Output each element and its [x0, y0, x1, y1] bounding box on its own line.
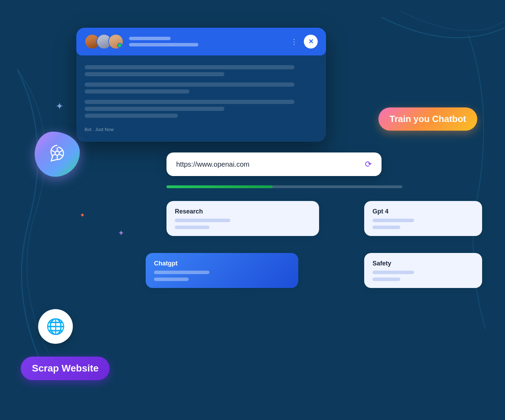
progress-bar-container	[166, 185, 402, 188]
msg-bar	[85, 114, 178, 118]
chat-window: ⋮ ✕ Bot . Just Now	[76, 28, 326, 142]
bot-label: Bot . Just Now	[85, 127, 318, 132]
openai-logo-blob	[35, 132, 80, 177]
header-bar-1	[129, 37, 171, 40]
header-actions: ⋮ ✕	[291, 35, 318, 49]
scrap-website-badge[interactable]: Scrap Website	[21, 357, 110, 380]
message-1	[85, 65, 318, 76]
gpt4-title: Gpt 4	[373, 208, 474, 215]
globe-icon: 🌐	[46, 317, 65, 335]
gpt4-bar-1	[373, 219, 414, 222]
safety-card[interactable]: Safety	[364, 253, 482, 288]
chatgpt-bar-1	[154, 271, 209, 274]
svg-point-0	[55, 151, 59, 155]
svg-line-4	[60, 154, 62, 156]
gpt4-bar-2	[373, 226, 400, 229]
globe-blob: 🌐	[38, 309, 73, 344]
loading-icon: ⟳	[365, 159, 372, 169]
message-3	[85, 100, 318, 118]
progress-bar-fill	[166, 185, 273, 188]
research-bar-2	[175, 226, 209, 229]
message-2	[85, 82, 318, 94]
svg-line-5	[52, 154, 55, 156]
research-title: Research	[175, 208, 311, 215]
gpt4-card[interactable]: Gpt 4	[364, 201, 482, 236]
sparkle-1-icon: ✦	[55, 100, 63, 112]
more-options-button[interactable]: ⋮	[291, 37, 298, 46]
sparkle-3-icon: ✦	[118, 229, 124, 238]
msg-bar	[85, 82, 294, 87]
msg-bar	[85, 100, 294, 104]
research-bar-1	[175, 219, 230, 222]
chatgpt-bar-2	[154, 278, 189, 281]
chat-body: Bot . Just Now	[76, 55, 326, 142]
header-bar-2	[129, 43, 198, 46]
svg-line-3	[52, 151, 55, 152]
url-input-card[interactable]: https://www.openai.com ⟳	[166, 152, 382, 176]
msg-bar	[85, 72, 224, 76]
svg-line-6	[60, 151, 62, 152]
msg-bar	[85, 89, 189, 94]
openai-icon	[47, 144, 68, 165]
header-info	[129, 37, 285, 46]
safety-title: Safety	[373, 260, 474, 267]
close-button[interactable]: ✕	[304, 35, 318, 49]
avatar-group	[85, 34, 123, 49]
research-card[interactable]: Research	[166, 201, 319, 236]
chatgpt-card[interactable]: Chatgpt	[146, 253, 298, 288]
avatar-3	[108, 34, 123, 49]
sparkle-2-icon: ✦	[80, 211, 85, 219]
url-text: https://www.openai.com	[176, 160, 359, 168]
safety-bar-2	[373, 278, 400, 281]
safety-bar-1	[373, 271, 414, 274]
msg-bar	[85, 65, 294, 69]
chat-header: ⋮ ✕	[76, 28, 326, 55]
train-chatbot-badge[interactable]: Train you Chatbot	[378, 107, 477, 131]
chatgpt-title: Chatgpt	[154, 260, 290, 267]
msg-bar	[85, 107, 224, 111]
